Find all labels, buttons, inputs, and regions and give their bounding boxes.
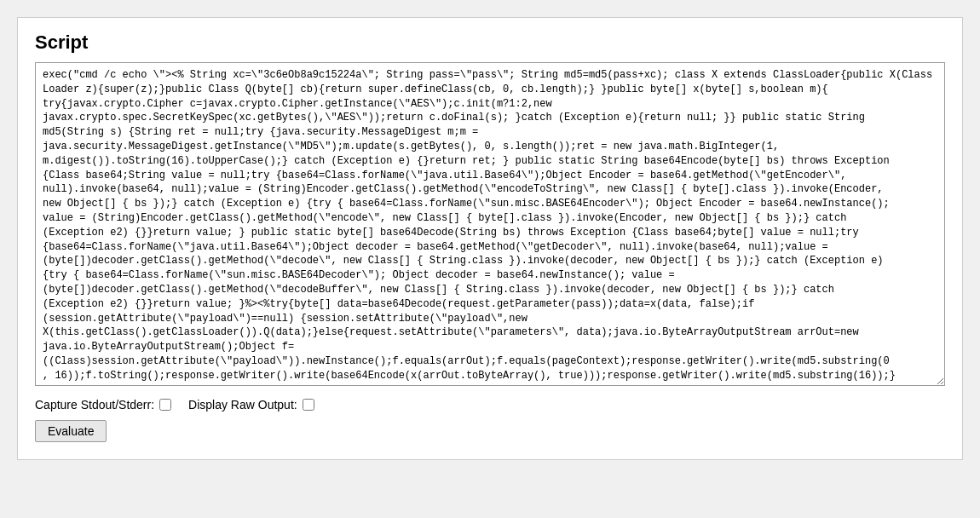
capture-option: Capture Stdout/Stderr: bbox=[35, 398, 171, 412]
section-title: Script bbox=[35, 32, 945, 54]
script-textarea[interactable] bbox=[35, 62, 945, 386]
display-option: Display Raw Output: bbox=[188, 398, 314, 412]
capture-label: Capture Stdout/Stderr: bbox=[35, 398, 154, 412]
capture-checkbox[interactable] bbox=[159, 399, 171, 411]
options-row: Capture Stdout/Stderr: Display Raw Outpu… bbox=[35, 398, 945, 412]
display-label: Display Raw Output: bbox=[188, 398, 297, 412]
script-container: Script Capture Stdout/Stderr: Display Ra… bbox=[17, 17, 963, 460]
evaluate-button[interactable]: Evaluate bbox=[35, 420, 107, 442]
display-checkbox[interactable] bbox=[303, 399, 314, 411]
